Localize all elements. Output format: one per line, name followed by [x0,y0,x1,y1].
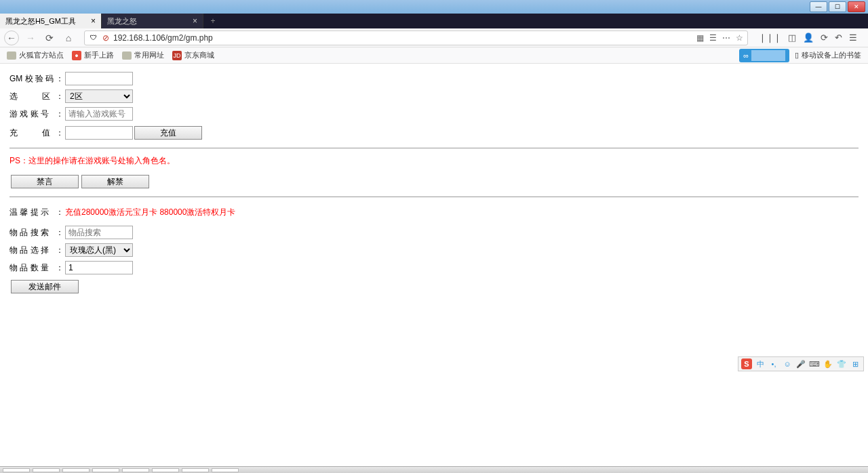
shield-icon[interactable]: 🛡 [89,33,98,43]
bookmark-label: 火狐官方站点 [19,50,64,60]
window-maximize[interactable]: ☐ [829,1,846,12]
tab-label: 黑龙之怒H5_GM工具 [5,16,76,26]
forward-button[interactable]: → [23,30,38,45]
send-mail-button[interactable]: 发送邮件 [11,280,79,293]
tip-text: 充值280000激活元宝月卡 880000激活特权月卡 [65,207,235,218]
url-text: 192.168.1.106/gm2/gm.php [113,33,692,43]
bookmark-label: 移动设备上的书签 [802,50,861,60]
undo-icon[interactable]: ↶ [835,33,842,43]
colon: ： [56,108,64,120]
window-titlebar: — ☐ ✕ [0,0,868,14]
colon: ： [56,262,64,274]
folder-icon [7,52,16,60]
bookmark-label: 常用网址 [134,50,164,60]
tab-inactive[interactable]: 黑龙之怒 × [102,14,203,28]
bookmark-label: 新手上路 [84,50,114,60]
nav-bar: ← → ⟳ ⌂ 🛡 ⊘ 192.168.1.106/gm2/gm.php ▦ ☰… [0,28,868,47]
tab-label: 黑龙之怒 [107,16,137,26]
cloud-icon: ∞ [743,52,749,60]
reload-button[interactable]: ⟳ [42,30,57,45]
window-close[interactable]: ✕ [848,1,865,12]
tab-active[interactable]: 黑龙之怒H5_GM工具 × [0,14,102,28]
colon: ： [56,207,64,218]
bookmark-label: 京东商城 [184,50,214,60]
url-bar[interactable]: 🛡 ⊘ 192.168.1.106/gm2/gm.php ▦ ☰ ⋯ ☆ [84,30,748,45]
insecure-icon[interactable]: ⊘ [102,33,109,43]
colon: ： [56,245,64,256]
bookmarks-bar: 火狐官方站点 ● 新手上路 常用网址 JD 京东商城 ∞ ▯ 移动设备上的书签 [0,47,868,64]
star-icon[interactable]: ☆ [736,33,743,43]
home-button[interactable]: ⌂ [61,30,76,45]
unban-button[interactable]: 解禁 [81,175,149,188]
recharge-input[interactable] [65,126,133,140]
menu-icon[interactable]: ☰ [849,33,857,43]
gm-code-input[interactable] [65,72,133,85]
library-icon[interactable]: ❘❘❘ [759,33,781,43]
tab-bar: 黑龙之怒H5_GM工具 × 黑龙之怒 × + [0,14,868,28]
tip-label: 温 馨 提 示 [9,207,54,218]
dots-icon[interactable]: ⋯ [722,33,730,43]
recharge-label: 充 值 [9,127,54,139]
colon: ： [56,127,64,139]
separator [9,197,859,197]
folder-icon [122,52,132,60]
window-minimize[interactable]: — [810,1,827,12]
bookmark-mobile[interactable]: ▯ 移动设备上的书签 [795,50,861,60]
reader-icon[interactable]: ☰ [709,33,717,43]
new-tab-button[interactable]: + [203,14,222,28]
recharge-button[interactable]: 充值 [134,126,202,140]
item-count-label: 物 品 数 量 [9,262,54,274]
zone-label: 选 区 [9,91,54,102]
account-icon[interactable]: 👤 [803,33,814,43]
back-button[interactable]: ← [4,30,19,45]
bookmark-getting-started[interactable]: ● 新手上路 [72,50,114,60]
account-label: 游 戏 账 号 [9,108,54,120]
cloud-sync[interactable]: ∞ [739,49,789,62]
item-count-input[interactable] [65,261,133,274]
bookmark-firefox[interactable]: 火狐官方站点 [7,50,64,60]
item-search-input[interactable] [65,226,133,239]
gm-code-label: GM 校 验 码 [9,73,54,85]
account-input[interactable] [65,107,133,121]
close-icon[interactable]: × [91,16,96,26]
ban-button[interactable]: 禁言 [11,175,79,188]
settings-icon[interactable]: ⟳ [821,33,828,43]
sidebar-icon[interactable]: ◫ [788,33,796,43]
zone-select[interactable]: 2区 [65,89,133,103]
colon: ： [56,73,64,85]
colon: ： [56,227,64,239]
fire-icon: ● [72,51,81,60]
colon: ： [56,91,64,102]
item-select[interactable]: 玫瑰恋人(黑) [65,243,133,257]
item-search-label: 物 品 搜 索 [9,227,54,239]
ps-text: PS：这里的操作请在游戏账号处输入角色名。 [9,155,175,167]
cloud-input[interactable] [751,50,785,61]
close-icon[interactable]: × [193,16,197,26]
mobile-icon: ▯ [795,51,799,60]
jd-icon: JD [172,51,182,60]
item-select-label: 物 品 选 择 [9,245,54,256]
bookmark-common[interactable]: 常用网址 [122,50,164,60]
page-content: GM 校 验 码 ： 选 区 ： 2区 游 戏 账 号 ： 充 值 ： 充值 P… [0,64,868,303]
bookmark-jd[interactable]: JD 京东商城 [172,50,214,60]
separator [9,148,859,148]
qr-icon[interactable]: ▦ [696,33,704,43]
